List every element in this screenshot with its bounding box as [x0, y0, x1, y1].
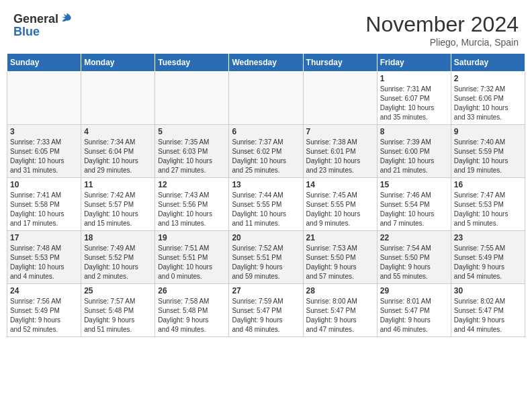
day-info: Sunrise: 7:33 AM Sunset: 6:05 PM Dayligh… — [10, 138, 78, 175]
calendar-cell: 27Sunrise: 7:59 AM Sunset: 5:47 PM Dayli… — [229, 284, 303, 337]
calendar-cell: 18Sunrise: 7:49 AM Sunset: 5:52 PM Dayli… — [81, 231, 155, 284]
day-info: Sunrise: 7:49 AM Sunset: 5:52 PM Dayligh… — [84, 244, 152, 281]
calendar-cell: 22Sunrise: 7:54 AM Sunset: 5:50 PM Dayli… — [377, 231, 451, 284]
day-info: Sunrise: 7:37 AM Sunset: 6:02 PM Dayligh… — [232, 138, 300, 175]
month-title: November 2024 — [365, 12, 519, 37]
logo-general: General — [13, 13, 58, 25]
day-info: Sunrise: 7:32 AM Sunset: 6:06 PM Dayligh… — [454, 85, 522, 122]
day-number: 7 — [306, 127, 374, 136]
calendar-row: 24Sunrise: 7:56 AM Sunset: 5:49 PM Dayli… — [7, 284, 525, 337]
day-number: 6 — [232, 127, 300, 136]
day-number: 3 — [10, 127, 78, 136]
day-number: 18 — [84, 233, 152, 242]
calendar-row: 10Sunrise: 7:41 AM Sunset: 5:58 PM Dayli… — [7, 178, 525, 231]
day-info: Sunrise: 7:54 AM Sunset: 5:50 PM Dayligh… — [380, 244, 448, 281]
day-info: Sunrise: 7:57 AM Sunset: 5:48 PM Dayligh… — [84, 297, 152, 334]
day-number: 2 — [454, 74, 522, 83]
calendar-cell: 30Sunrise: 8:02 AM Sunset: 5:47 PM Dayli… — [451, 284, 525, 337]
calendar-cell: 29Sunrise: 8:01 AM Sunset: 5:47 PM Dayli… — [377, 284, 451, 337]
day-info: Sunrise: 7:34 AM Sunset: 6:04 PM Dayligh… — [84, 138, 152, 175]
calendar-cell: 2Sunrise: 7:32 AM Sunset: 6:06 PM Daylig… — [451, 72, 525, 125]
calendar-cell: 14Sunrise: 7:45 AM Sunset: 5:55 PM Dayli… — [303, 178, 377, 231]
day-number: 19 — [158, 233, 226, 242]
logo: General Blue — [13, 12, 73, 38]
day-number: 1 — [380, 74, 448, 83]
calendar-cell: 25Sunrise: 7:57 AM Sunset: 5:48 PM Dayli… — [81, 284, 155, 337]
day-number: 5 — [158, 127, 226, 136]
day-info: Sunrise: 7:40 AM Sunset: 5:59 PM Dayligh… — [454, 138, 522, 175]
day-info: Sunrise: 7:52 AM Sunset: 5:51 PM Dayligh… — [232, 244, 300, 281]
calendar-cell — [229, 72, 303, 125]
day-info: Sunrise: 7:51 AM Sunset: 5:51 PM Dayligh… — [158, 244, 226, 281]
calendar-cell: 8Sunrise: 7:39 AM Sunset: 6:00 PM Daylig… — [377, 125, 451, 178]
calendar-cell: 12Sunrise: 7:43 AM Sunset: 5:56 PM Dayli… — [155, 178, 229, 231]
header-saturday: Saturday — [451, 54, 525, 72]
calendar-cell: 17Sunrise: 7:48 AM Sunset: 5:53 PM Dayli… — [7, 231, 81, 284]
day-number: 16 — [454, 180, 522, 189]
calendar-cell: 6Sunrise: 7:37 AM Sunset: 6:02 PM Daylig… — [229, 125, 303, 178]
day-number: 4 — [84, 127, 152, 136]
calendar-cell: 10Sunrise: 7:41 AM Sunset: 5:58 PM Dayli… — [7, 178, 81, 231]
calendar-cell: 24Sunrise: 7:56 AM Sunset: 5:49 PM Dayli… — [7, 284, 81, 337]
calendar-cell — [7, 72, 81, 125]
day-info: Sunrise: 8:01 AM Sunset: 5:47 PM Dayligh… — [380, 297, 448, 334]
calendar-cell: 19Sunrise: 7:51 AM Sunset: 5:51 PM Dayli… — [155, 231, 229, 284]
day-info: Sunrise: 8:00 AM Sunset: 5:47 PM Dayligh… — [306, 297, 374, 334]
day-info: Sunrise: 7:35 AM Sunset: 6:03 PM Dayligh… — [158, 138, 226, 175]
day-info: Sunrise: 7:56 AM Sunset: 5:49 PM Dayligh… — [10, 297, 78, 334]
day-number: 25 — [84, 286, 152, 295]
calendar-cell — [81, 72, 155, 125]
calendar-cell: 5Sunrise: 7:35 AM Sunset: 6:03 PM Daylig… — [155, 125, 229, 178]
day-number: 14 — [306, 180, 374, 189]
logo-blue: Blue — [13, 25, 40, 38]
header-friday: Friday — [377, 54, 451, 72]
header-sunday: Sunday — [7, 54, 81, 72]
calendar-cell: 9Sunrise: 7:40 AM Sunset: 5:59 PM Daylig… — [451, 125, 525, 178]
header-thursday: Thursday — [303, 54, 377, 72]
calendar-row: 17Sunrise: 7:48 AM Sunset: 5:53 PM Dayli… — [7, 231, 525, 284]
calendar-cell: 23Sunrise: 7:55 AM Sunset: 5:49 PM Dayli… — [451, 231, 525, 284]
day-number: 13 — [232, 180, 300, 189]
day-number: 22 — [380, 233, 448, 242]
day-number: 17 — [10, 233, 78, 242]
day-number: 15 — [380, 180, 448, 189]
day-info: Sunrise: 7:42 AM Sunset: 5:57 PM Dayligh… — [84, 191, 152, 228]
calendar-row: 3Sunrise: 7:33 AM Sunset: 6:05 PM Daylig… — [7, 125, 525, 178]
calendar-cell — [155, 72, 229, 125]
day-info: Sunrise: 7:39 AM Sunset: 6:00 PM Dayligh… — [380, 138, 448, 175]
day-number: 10 — [10, 180, 78, 189]
day-number: 11 — [84, 180, 152, 189]
calendar-cell: 28Sunrise: 8:00 AM Sunset: 5:47 PM Dayli… — [303, 284, 377, 337]
day-info: Sunrise: 8:02 AM Sunset: 5:47 PM Dayligh… — [454, 297, 522, 334]
day-number: 26 — [158, 286, 226, 295]
day-number: 23 — [454, 233, 522, 242]
day-number: 8 — [380, 127, 448, 136]
page-header: General Blue November 2024 Pliego, Murci… — [7, 7, 525, 50]
calendar-cell: 20Sunrise: 7:52 AM Sunset: 5:51 PM Dayli… — [229, 231, 303, 284]
header-tuesday: Tuesday — [155, 54, 229, 72]
day-info: Sunrise: 7:48 AM Sunset: 5:53 PM Dayligh… — [10, 244, 78, 281]
calendar-cell: 15Sunrise: 7:46 AM Sunset: 5:54 PM Dayli… — [377, 178, 451, 231]
logo-bird-icon — [60, 12, 73, 26]
day-info: Sunrise: 7:59 AM Sunset: 5:47 PM Dayligh… — [232, 297, 300, 334]
calendar-cell: 16Sunrise: 7:47 AM Sunset: 5:53 PM Dayli… — [451, 178, 525, 231]
day-info: Sunrise: 7:58 AM Sunset: 5:48 PM Dayligh… — [158, 297, 226, 334]
day-info: Sunrise: 7:45 AM Sunset: 5:55 PM Dayligh… — [306, 191, 374, 228]
day-info: Sunrise: 7:31 AM Sunset: 6:07 PM Dayligh… — [380, 85, 448, 122]
day-number: 28 — [306, 286, 374, 295]
calendar-cell: 21Sunrise: 7:53 AM Sunset: 5:50 PM Dayli… — [303, 231, 377, 284]
calendar-cell: 1Sunrise: 7:31 AM Sunset: 6:07 PM Daylig… — [377, 72, 451, 125]
day-number: 20 — [232, 233, 300, 242]
calendar-cell — [303, 72, 377, 125]
calendar-cell: 3Sunrise: 7:33 AM Sunset: 6:05 PM Daylig… — [7, 125, 81, 178]
calendar-table: SundayMondayTuesdayWednesdayThursdayFrid… — [7, 53, 525, 337]
day-number: 27 — [232, 286, 300, 295]
day-number: 29 — [380, 286, 448, 295]
title-area: November 2024 Pliego, Murcia, Spain — [365, 12, 519, 48]
header-monday: Monday — [81, 54, 155, 72]
header-wednesday: Wednesday — [229, 54, 303, 72]
day-info: Sunrise: 7:41 AM Sunset: 5:58 PM Dayligh… — [10, 191, 78, 228]
calendar-cell: 4Sunrise: 7:34 AM Sunset: 6:04 PM Daylig… — [81, 125, 155, 178]
day-info: Sunrise: 7:44 AM Sunset: 5:55 PM Dayligh… — [232, 191, 300, 228]
day-info: Sunrise: 7:47 AM Sunset: 5:53 PM Dayligh… — [454, 191, 522, 228]
